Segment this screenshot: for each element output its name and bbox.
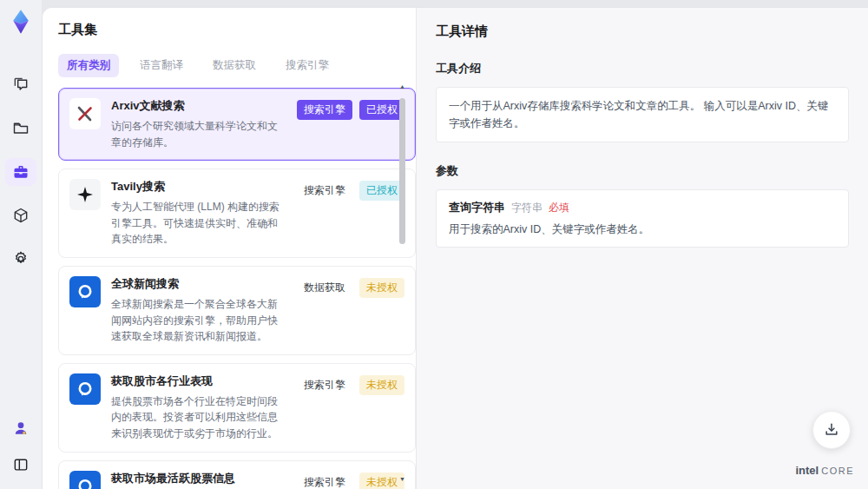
scrollbar-thumb[interactable] bbox=[399, 98, 405, 244]
gear-icon bbox=[12, 250, 30, 268]
download-icon bbox=[823, 421, 840, 439]
app-window: 工具集 所有类别语言翻译数据获取搜索引擎 Arxiv文献搜索 访问各个研究领域大… bbox=[0, 0, 868, 489]
tool-name: Arxiv文献搜索 bbox=[111, 98, 286, 114]
tool-description: 访问各个研究领域大量科学论文和文章的存储库。 bbox=[111, 118, 286, 150]
category-badge: 搜索引擎 bbox=[297, 100, 352, 120]
tool-card-body: 全球新闻搜索 全球新闻搜索是一个聚合全球各大新闻网站内容的搜索引擎，帮助用户快速… bbox=[111, 276, 286, 345]
download-button[interactable] bbox=[812, 411, 851, 449]
tool-list-panel: 工具集 所有类别语言翻译数据获取搜索引擎 Arxiv文献搜索 访问各个研究领域大… bbox=[43, 8, 416, 489]
intel-core-logo: intel CORE bbox=[795, 464, 854, 477]
page-title: 工具集 bbox=[58, 22, 416, 38]
folder-icon bbox=[12, 120, 30, 137]
sidebar-item-settings[interactable] bbox=[5, 245, 36, 273]
brand-intel-text: intel bbox=[795, 464, 819, 477]
category-badge: 搜索引擎 bbox=[297, 472, 352, 489]
tool-card[interactable]: Tavily搜索 专为人工智能代理 (LLM) 构建的搜索引擎工具。可快速提供实… bbox=[58, 169, 416, 258]
category-badge: 数据获取 bbox=[297, 278, 352, 298]
tool-tags: 数据获取 未授权 bbox=[297, 276, 404, 345]
tool-card[interactable]: 获取市场最活跃股票信息 提供当天交易量最高的股票列表，投资者可以利用这些信息来识… bbox=[58, 460, 416, 489]
param-header: 查询字符串 字符串 必填 bbox=[449, 200, 836, 215]
category-badge: 搜索引擎 bbox=[297, 181, 352, 201]
tool-detail-panel: 工具详情 工具介绍 一个用于从Arxiv存储库搜索科学论文和文章的工具。 输入可… bbox=[416, 8, 868, 489]
param-required-badge: 必填 bbox=[549, 201, 569, 215]
category-tab[interactable]: 语言翻译 bbox=[131, 54, 192, 77]
tool-description: 全球新闻搜索是一个聚合全球各大新闻网站内容的搜索引擎，帮助用户快速获取全球最新资… bbox=[111, 296, 286, 345]
sidebar-item-tools[interactable] bbox=[5, 158, 36, 186]
active-stock-app-icon bbox=[69, 471, 101, 489]
param-type: 字符串 bbox=[511, 201, 542, 215]
user-profile-button[interactable] bbox=[5, 414, 36, 442]
left-sidebar bbox=[0, 0, 42, 489]
tool-name: 获取股市各行业表现 bbox=[111, 373, 286, 389]
intro-box: 一个用于从Arxiv存储库搜索科学论文和文章的工具。 输入可以是Arxiv ID… bbox=[436, 87, 849, 142]
tool-description: 专为人工智能代理 (LLM) 构建的搜索引擎工具。可快速提供实时、准确和真实的结… bbox=[111, 199, 286, 248]
intro-heading: 工具介绍 bbox=[436, 61, 849, 76]
category-tab[interactable]: 所有类别 bbox=[58, 54, 119, 77]
sidebar-item-models[interactable] bbox=[5, 202, 36, 229]
sidebar-item-files[interactable] bbox=[5, 115, 36, 142]
tool-tags: 搜索引擎 未授权 bbox=[297, 471, 404, 489]
tool-card[interactable]: 获取股市各行业表现 提供股票市场各个行业在特定时间段内的表现。投资者可以利用这些… bbox=[58, 363, 416, 453]
category-badge: 搜索引擎 bbox=[297, 375, 352, 395]
tool-tags: 搜索引擎 已授权 bbox=[297, 179, 404, 248]
scroll-up-arrow[interactable]: ▲ bbox=[398, 83, 406, 91]
params-heading: 参数 bbox=[436, 163, 849, 179]
brand-core-text: CORE bbox=[821, 466, 854, 476]
detail-title: 工具详情 bbox=[436, 23, 849, 40]
tool-tags: 搜索引擎 未授权 bbox=[297, 373, 404, 442]
list-scrollbar[interactable]: ▲ ▼ bbox=[398, 83, 406, 484]
user-icon bbox=[12, 420, 30, 437]
news-app-icon bbox=[69, 276, 101, 307]
param-box: 查询字符串 字符串 必填 用于搜索的Arxiv ID、关键字或作者姓名。 bbox=[436, 189, 849, 248]
sidebar-nav bbox=[5, 71, 36, 273]
tool-name: Tavily搜索 bbox=[111, 179, 286, 195]
app-logo-icon[interactable] bbox=[6, 7, 36, 36]
tool-name: 全球新闻搜索 bbox=[111, 276, 286, 292]
param-desc: 用于搜索的Arxiv ID、关键字或作者姓名。 bbox=[449, 222, 836, 237]
sidebar-bottom bbox=[5, 414, 36, 479]
tool-card-body: 获取市场最活跃股票信息 提供当天交易量最高的股票列表，投资者可以利用这些信息来识… bbox=[111, 471, 286, 489]
tool-card-body: Arxiv文献搜索 访问各个研究领域大量科学论文和文章的存储库。 bbox=[111, 98, 286, 150]
tool-card-body: 获取股市各行业表现 提供股票市场各个行业在特定时间段内的表现。投资者可以利用这些… bbox=[111, 373, 286, 442]
main-panel: 工具集 所有类别语言翻译数据获取搜索引擎 Arxiv文献搜索 访问各个研究领域大… bbox=[42, 7, 868, 489]
cube-icon bbox=[12, 207, 30, 224]
toolbox-icon bbox=[12, 163, 30, 181]
category-tab[interactable]: 数据获取 bbox=[204, 54, 265, 77]
param-name: 查询字符串 bbox=[449, 200, 505, 215]
tavily-star-icon bbox=[69, 179, 101, 210]
tool-card-body: Tavily搜索 专为人工智能代理 (LLM) 构建的搜索引擎工具。可快速提供实… bbox=[111, 179, 286, 248]
tool-description: 提供股票市场各个行业在特定时间段内的表现。投资者可以利用这些信息来识别表现优于或… bbox=[111, 393, 286, 442]
category-tabs: 所有类别语言翻译数据获取搜索引擎 bbox=[58, 54, 416, 77]
tool-name: 获取市场最活跃股票信息 bbox=[111, 471, 286, 486]
stock-app-icon bbox=[69, 373, 101, 405]
sidebar-item-chat[interactable] bbox=[5, 71, 36, 99]
collapse-sidebar-button[interactable] bbox=[5, 451, 36, 479]
category-tab[interactable]: 搜索引擎 bbox=[277, 54, 338, 77]
tool-tags: 搜索引擎 已授权 bbox=[297, 98, 404, 150]
intro-text: 一个用于从Arxiv存储库搜索科学论文和文章的工具。 输入可以是Arxiv ID… bbox=[449, 97, 836, 132]
scrollbar-track[interactable] bbox=[399, 93, 405, 473]
tool-cards-list: Arxiv文献搜索 访问各个研究领域大量科学论文和文章的存储库。 搜索引擎 已授… bbox=[58, 88, 416, 489]
chat-icon bbox=[12, 76, 30, 94]
panel-toggle-icon bbox=[12, 456, 30, 473]
arxiv-x-icon bbox=[69, 98, 101, 129]
scroll-down-arrow[interactable]: ▼ bbox=[398, 475, 406, 484]
tool-card[interactable]: 全球新闻搜索 全球新闻搜索是一个聚合全球各大新闻网站内容的搜索引擎，帮助用户快速… bbox=[58, 266, 416, 355]
tool-card[interactable]: Arxiv文献搜索 访问各个研究领域大量科学论文和文章的存储库。 搜索引擎 已授… bbox=[58, 88, 416, 161]
